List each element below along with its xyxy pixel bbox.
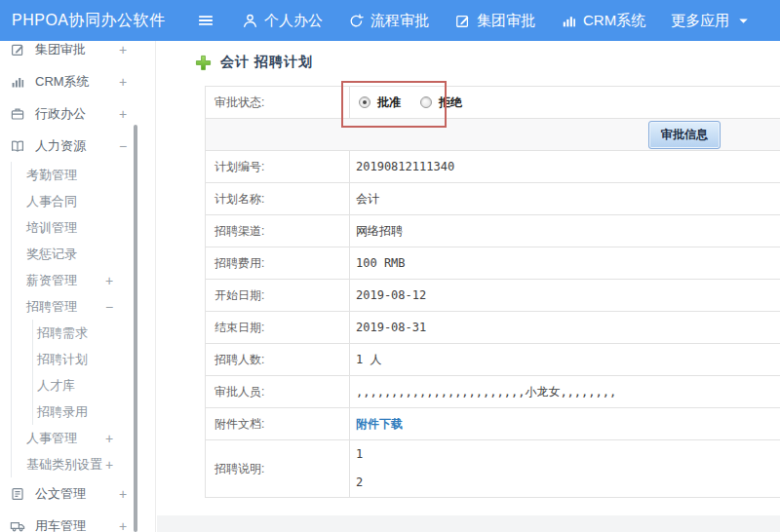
book-icon <box>10 138 25 154</box>
field-value: 2019-08-12 <box>350 280 780 312</box>
sidebar-item-label: 薪资管理 <box>26 272 77 289</box>
sidebar: 集团审批+CRM系统+行政办公+人力资源−考勤管理人事合同培训管理奖惩记录薪资管… <box>0 41 156 532</box>
field-label: 审批人员: <box>206 376 350 408</box>
app-logo: PHPOA协同办公软件 <box>12 11 197 31</box>
sidebar-item-label: 人事管理 <box>26 430 77 447</box>
chart-icon <box>561 13 577 29</box>
topnav-workflow-approval[interactable]: 流程审批 <box>348 12 429 30</box>
sidebar-item-personnel[interactable]: 人事管理+ <box>0 425 155 451</box>
sidebar-item-label: 集团审批 <box>35 41 86 58</box>
plus-icon <box>195 55 212 71</box>
sidebar-item-recruit-mgmt[interactable]: 招聘管理− <box>0 293 155 320</box>
briefcase-icon <box>10 106 25 122</box>
sidebar-item-talent-pool[interactable]: 人才库 <box>0 372 155 399</box>
field-row-cost: 招聘费用:100 RMB <box>206 247 780 280</box>
edit-icon <box>10 42 25 57</box>
tree-guide-line <box>11 162 12 477</box>
sidebar-menu: 集团审批+CRM系统+行政办公+人力资源−考勤管理人事合同培训管理奖惩记录薪资管… <box>0 41 155 532</box>
sidebar-item-vehicle-mgmt[interactable]: 用车管理+ <box>0 510 155 532</box>
field-label: 计划名称: <box>206 183 350 215</box>
sidebar-item-human-resources[interactable]: 人力资源− <box>0 130 155 162</box>
sidebar-item-base-category[interactable]: 基础类别设置+ <box>0 451 155 477</box>
sidebar-item-label: 基础类别设置 <box>26 456 102 474</box>
sidebar-item-group-approval[interactable]: 集团审批+ <box>0 41 155 65</box>
topnav-group-approval[interactable]: 集团审批 <box>454 12 535 30</box>
sidebar-item-hr-contract[interactable]: 人事合同 <box>0 188 155 214</box>
expand-toggle[interactable]: + <box>118 518 128 532</box>
field-label: 开始日期: <box>206 280 350 312</box>
field-row-approvers: 审批人员:,,,,,,,,,,,,,,,,,,,,,,,,小龙女,,,,,,,, <box>206 376 780 408</box>
breadcrumb: 会计 招聘计划 <box>195 54 313 71</box>
sidebar-item-rewards[interactable]: 奖惩记录 <box>0 241 155 267</box>
truck-icon <box>10 518 25 532</box>
sidebar-item-training[interactable]: 培训管理 <box>0 214 155 241</box>
field-label: 附件文档: <box>206 408 350 440</box>
edit-icon <box>454 13 471 29</box>
field-row-attachment: 附件文档:附件下载 <box>206 408 780 440</box>
approval-info-button[interactable]: 审批信息 <box>648 121 721 149</box>
sidebar-item-label: 招聘录用 <box>37 403 88 421</box>
sidebar-item-admin-office[interactable]: 行政办公+ <box>0 97 155 130</box>
sidebar-item-label: 招聘计划 <box>37 351 88 368</box>
sidebar-item-crm-system[interactable]: CRM系统+ <box>0 65 155 97</box>
attachment-link[interactable]: 附件下载 <box>356 417 403 431</box>
sidebar-item-recruit-demand[interactable]: 招聘需求 <box>0 320 155 346</box>
field-value-line: 1 <box>356 440 780 469</box>
page-title: 会计 招聘计划 <box>220 54 313 71</box>
field-value: 会计 <box>350 183 780 215</box>
button-row: 审批信息 <box>206 119 780 151</box>
field-label: 招聘人数: <box>206 344 350 376</box>
sidebar-item-label: 公文管理 <box>35 485 86 503</box>
field-value: 附件下载 <box>350 408 780 440</box>
menu-icon[interactable] <box>197 12 214 29</box>
sidebar-item-recruit-hire[interactable]: 招聘录用 <box>0 399 155 425</box>
field-label: 招聘说明: <box>206 440 350 498</box>
sidebar-item-attendance[interactable]: 考勤管理 <box>0 162 155 188</box>
detail-panel: 审批状态: 批准拒绝 审批信息 计划编号:20190812111340计划名称:… <box>205 86 780 498</box>
sidebar-item-label: 培训管理 <box>26 219 77 237</box>
radio-label: 拒绝 <box>439 95 462 111</box>
topnav-more-apps[interactable]: 更多应用 <box>671 12 752 30</box>
radio-reject-control[interactable] <box>420 96 432 108</box>
radio-approve[interactable]: 批准 <box>359 95 401 111</box>
topnav-crm-system[interactable]: CRM系统 <box>561 12 645 30</box>
field-label: 审批状态: <box>206 87 350 119</box>
sidebar-item-salary[interactable]: 薪资管理+ <box>0 267 155 293</box>
expand-toggle[interactable]: + <box>104 273 114 288</box>
expand-toggle[interactable]: + <box>118 106 128 122</box>
radio-approve-control[interactable] <box>359 96 370 108</box>
expand-toggle[interactable]: + <box>104 457 114 473</box>
field-value: 批准拒绝 <box>350 87 780 119</box>
expand-toggle[interactable]: + <box>118 42 128 57</box>
topnav-label: 流程审批 <box>370 12 429 30</box>
radio-label: 批准 <box>377 95 401 111</box>
flow-icon <box>348 13 365 29</box>
tree-guide-line <box>32 320 33 425</box>
top-bar: PHPOA协同办公软件 个人办公流程审批集团审批CRM系统更多应用 <box>0 0 780 41</box>
topnav-label: CRM系统 <box>583 12 645 30</box>
approval-radio-group: 批准拒绝 <box>356 95 780 111</box>
field-label: 招聘渠道: <box>206 215 350 247</box>
expand-toggle[interactable]: + <box>118 486 128 502</box>
field-label: 计划编号: <box>206 151 350 183</box>
user-icon <box>242 13 258 29</box>
field-row-channel: 招聘渠道:网络招聘 <box>206 215 780 247</box>
sidebar-item-label: 人力资源 <box>35 137 86 155</box>
topnav-personal-office[interactable]: 个人办公 <box>242 12 323 30</box>
sidebar-scrollbar[interactable] <box>134 125 137 532</box>
expand-toggle[interactable]: + <box>104 431 114 446</box>
topnav-label: 个人办公 <box>264 12 323 30</box>
sidebar-item-recruit-plan[interactable]: 招聘计划 <box>0 346 155 372</box>
radio-reject[interactable]: 拒绝 <box>420 95 462 111</box>
expand-toggle[interactable]: − <box>118 138 128 154</box>
field-value-line: 2 <box>356 469 780 497</box>
field-value: 网络招聘 <box>350 215 780 247</box>
page-background <box>157 515 780 532</box>
sidebar-item-document-mgmt[interactable]: 公文管理+ <box>0 477 155 510</box>
sidebar-item-label: 招聘需求 <box>37 324 88 342</box>
detail-table: 审批状态: 批准拒绝 审批信息 计划编号:20190812111340计划名称:… <box>205 86 780 498</box>
field-value: 2019-08-31 <box>350 312 780 344</box>
expand-toggle[interactable]: − <box>104 299 114 315</box>
expand-toggle[interactable]: + <box>118 74 128 90</box>
field-label: 结束日期: <box>206 312 350 344</box>
